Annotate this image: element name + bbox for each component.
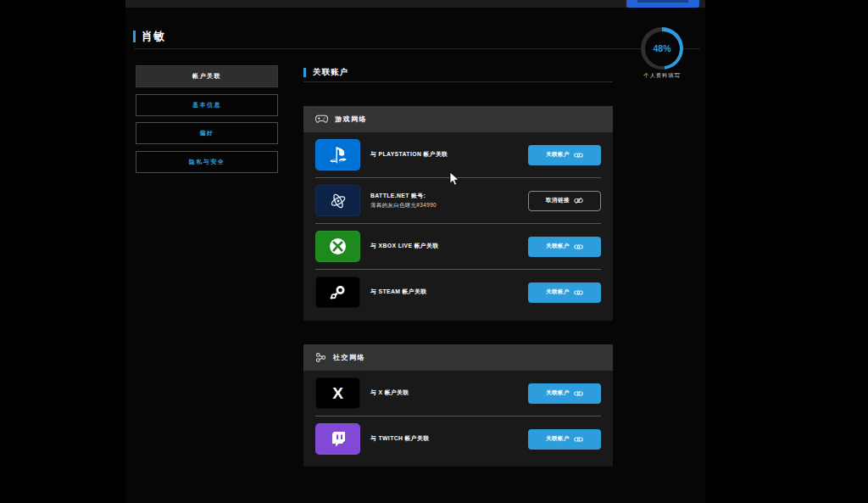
battlenet-label-line1: BATTLE.NET 账号: bbox=[370, 193, 426, 198]
gaming-networks-title: 游戏网络 bbox=[335, 115, 367, 124]
link-account-button-x[interactable]: 关联帐户 bbox=[528, 383, 601, 404]
link-account-button-steam[interactable]: 关联帐户 bbox=[528, 282, 601, 303]
steam-tile bbox=[315, 277, 360, 308]
unlink-account-button-battlenet[interactable]: 取消链接 bbox=[528, 191, 601, 211]
top-nav-bar: CALL OF DUTY bbox=[125, 0, 705, 8]
link-icon bbox=[574, 152, 583, 159]
x-tile: X bbox=[315, 377, 360, 409]
social-networks-header: 社交网络 bbox=[303, 344, 613, 371]
battlenet-battletag: 薄暮的灰白色曙光#34990 bbox=[370, 201, 528, 210]
link-account-button-label: 关联帐户 bbox=[546, 243, 570, 250]
twitch-logo-icon bbox=[330, 430, 347, 449]
social-networks-card: 社交网络 X 与 X 帐户关联 关联帐户 与 bbox=[303, 344, 613, 467]
account-row-steam: 与 STEAM 帐户关联 关联帐户 bbox=[315, 270, 601, 315]
page-title: 肖敏 bbox=[142, 29, 165, 44]
battlenet-tile bbox=[315, 185, 360, 216]
heading-divider bbox=[303, 81, 613, 82]
battlenet-logo-icon bbox=[328, 191, 348, 211]
page-title-row: 肖敏 bbox=[133, 29, 165, 44]
playstation-link-label: 与 PLAYSTATION 帐户关联 bbox=[370, 150, 528, 159]
account-row-x: X 与 X 帐户关联 关联帐户 bbox=[315, 371, 601, 416]
steam-logo-icon bbox=[328, 283, 348, 302]
account-row-xbox: 与 XBOX LIVE 帐户关联 关联帐户 bbox=[315, 224, 601, 269]
heading-accent-bar bbox=[303, 68, 306, 77]
settings-sidebar: 帐户关联 基本信息 偏好 隐私与安全 bbox=[136, 65, 278, 173]
unlink-account-button-label: 取消链接 bbox=[546, 197, 570, 204]
sidebar-item-account-linking[interactable]: 帐户关联 bbox=[136, 65, 278, 87]
link-account-button-label: 关联帐户 bbox=[546, 389, 570, 397]
profile-completion-ring: 48% bbox=[641, 27, 683, 70]
xbox-link-label: 与 XBOX LIVE 帐户关联 bbox=[370, 242, 528, 250]
linked-accounts-heading: 关联账户 bbox=[313, 67, 348, 78]
sidebar-item-privacy-security[interactable]: 隐私与安全 bbox=[136, 151, 278, 173]
account-row-twitch: 与 TWITCH 帐户关联 关联帐户 bbox=[315, 416, 601, 461]
steam-link-label: 与 STEAM 帐户关联 bbox=[370, 288, 528, 296]
gaming-networks-card: 游戏网络 与 PLAYSTATION 帐户关联 关联帐户 bbox=[303, 106, 613, 321]
link-icon bbox=[574, 243, 583, 250]
link-account-button-xbox[interactable]: 关联帐户 bbox=[528, 237, 601, 257]
gaming-networks-header: 游戏网络 bbox=[303, 106, 613, 132]
x-link-label: 与 X 帐户关联 bbox=[370, 388, 528, 397]
link-icon bbox=[574, 289, 583, 296]
link-account-button-playstation[interactable]: 关联帐户 bbox=[528, 145, 601, 165]
playstation-tile bbox=[315, 139, 360, 170]
link-icon bbox=[574, 436, 583, 443]
twitch-tile bbox=[315, 423, 360, 455]
call-of-duty-logo: CALL OF DUTY bbox=[154, 0, 225, 2]
link-account-button-label: 关联帐户 bbox=[546, 435, 570, 443]
xbox-logo-icon bbox=[328, 237, 348, 256]
mouse-cursor bbox=[449, 171, 459, 190]
nav-cta-button[interactable] bbox=[626, 0, 699, 8]
sidebar-item-preferences[interactable]: 偏好 bbox=[136, 122, 278, 144]
battlenet-account-label: BATTLE.NET 账号: 薄暮的灰白色曙光#34990 bbox=[370, 192, 528, 210]
profile-completion-percent: 48% bbox=[641, 27, 683, 70]
title-accent-bar bbox=[133, 31, 136, 42]
sidebar-item-basic-info[interactable]: 基本信息 bbox=[136, 94, 278, 116]
gamepad-icon bbox=[315, 115, 328, 124]
playstation-logo-icon bbox=[327, 146, 349, 165]
link-account-button-label: 关联帐户 bbox=[546, 151, 570, 159]
profile-completion-label: 个人资料填写 bbox=[621, 72, 703, 80]
link-account-button-twitch[interactable]: 关联帐户 bbox=[528, 429, 601, 450]
title-divider bbox=[134, 48, 700, 49]
link-account-button-label: 关联帐户 bbox=[546, 288, 570, 296]
link-icon bbox=[574, 390, 583, 397]
xbox-tile bbox=[315, 231, 360, 262]
linked-accounts-heading-row: 关联账户 bbox=[303, 67, 348, 78]
share-network-icon bbox=[315, 352, 326, 363]
x-logo-icon: X bbox=[332, 385, 343, 401]
social-networks-title: 社交网络 bbox=[333, 353, 365, 362]
twitch-link-label: 与 TWITCH 帐户关联 bbox=[370, 434, 528, 443]
unlink-icon bbox=[574, 197, 583, 204]
